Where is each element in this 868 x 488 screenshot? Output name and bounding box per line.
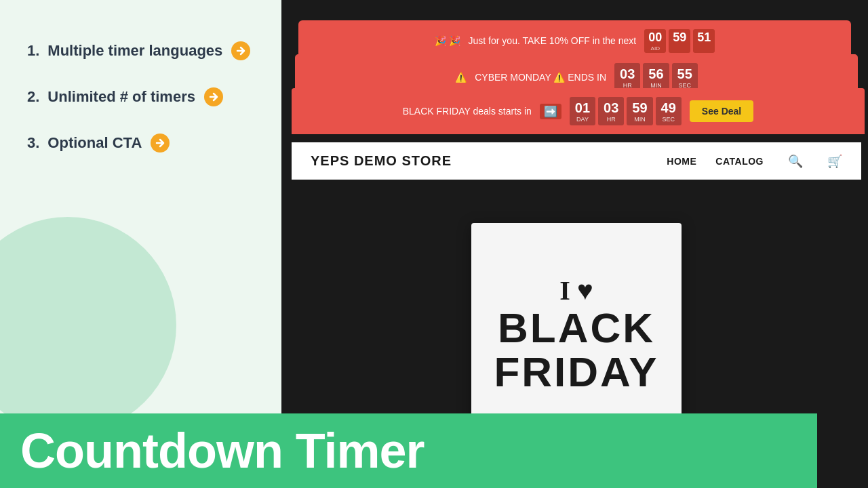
arrow-icon-3: [150, 133, 170, 153]
timer-3-min: 59 MIN: [627, 97, 652, 125]
feature-item-3: 3. Optional CTA: [27, 133, 281, 153]
hero-line1: I ♥: [559, 276, 593, 306]
search-icon[interactable]: 🔍: [788, 154, 803, 169]
feature-text-3: 3.: [27, 134, 39, 152]
store-nav: YEPS DEMO STORE HOME CATALOG 🔍 🛒: [292, 142, 861, 180]
banner-1-text: Just for you. TAKE 10% OFF in the next: [469, 35, 637, 46]
nav-links: HOME CATALOG 🔍 🛒: [667, 154, 842, 169]
banner-3-wrapper: BLACK FRIDAY deals starts in ➡️ 01 DAY 0…: [292, 88, 865, 134]
timer-1-mm: 59: [669, 29, 690, 53]
banner-3-arrow: ➡️: [540, 104, 561, 119]
arrow-icon-2: [203, 87, 224, 107]
feature-label-3: Optional CTA: [47, 134, 142, 152]
feature-text-1: 1.: [27, 42, 39, 60]
hero-line2: BLACK: [498, 306, 655, 350]
banner-3: BLACK FRIDAY deals starts in ➡️ 01 DAY 0…: [292, 88, 865, 134]
cart-icon[interactable]: 🛒: [827, 154, 842, 169]
banner-3-text: BLACK FRIDAY deals starts in: [403, 106, 532, 117]
timer-1-ss: 51: [693, 29, 715, 53]
banner-2-timer: 03 HR 56 MIN 55 SEC: [614, 63, 698, 92]
banner-2-emoji: ⚠️: [455, 72, 467, 83]
see-deal-button[interactable]: See Deal: [690, 100, 753, 122]
feature-text-2: 2.: [27, 88, 39, 106]
timer-2-sec: 55 SEC: [672, 63, 698, 92]
nav-home[interactable]: HOME: [667, 156, 696, 167]
bottom-bar: Countdown Timer: [0, 413, 817, 488]
nav-catalog[interactable]: CATALOG: [715, 156, 764, 167]
timer-3-hr: 03 HR: [598, 97, 624, 125]
timer-2-hr: 03 HR: [614, 63, 640, 92]
feature-label-1: Multiple timer languages: [47, 42, 222, 60]
bottom-bar-title: Countdown Timer: [20, 423, 425, 479]
store-logo: YEPS DEMO STORE: [311, 153, 667, 169]
timer-1-hh: 00 AID: [644, 29, 666, 53]
features-list: 1. Multiple timer languages 2. Unlimited…: [0, 41, 281, 179]
feature-item-2: 2. Unlimited # of timers: [27, 87, 281, 107]
circle-decoration: [0, 217, 176, 434]
timer-3-sec: 49 SEC: [656, 97, 682, 125]
banner-2-text: CYBER MONDAY ⚠️ ENDS IN: [475, 72, 606, 83]
banner-3-timer: 01 DAY 03 HR 59 MIN 49 SEC: [570, 97, 682, 125]
hero-line3: FRIDAY: [494, 350, 658, 394]
feature-label-2: Unlimited # of timers: [47, 88, 195, 106]
timer-3-day: 01 DAY: [570, 97, 595, 125]
feature-item-1: 1. Multiple timer languages: [27, 41, 281, 61]
banner-1-timer: 00 AID 59 51: [644, 29, 715, 53]
banner-1-emoji: 🎉 🎉: [435, 35, 460, 46]
timer-2-min: 56 MIN: [643, 63, 669, 92]
arrow-icon-1: [231, 41, 251, 61]
